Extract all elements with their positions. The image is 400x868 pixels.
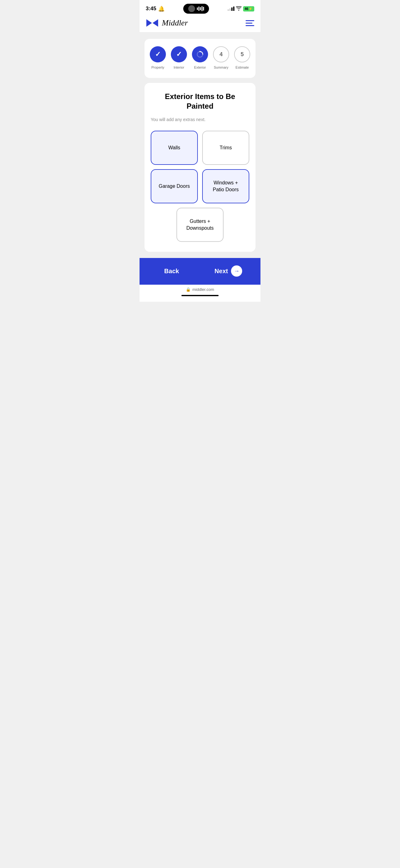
status-right: 46⚡ xyxy=(228,6,254,11)
hamburger-line-2 xyxy=(245,23,253,24)
bell-icon: 🔔 xyxy=(158,6,165,12)
signal-bar-2 xyxy=(229,8,231,11)
audio-bar-3 xyxy=(200,7,201,10)
options-row-2: Garage Doors Windows +Patio Doors xyxy=(151,169,249,203)
logo-icon xyxy=(146,18,159,28)
hamburger-line-1 xyxy=(245,20,254,21)
battery-indicator: 46⚡ xyxy=(243,6,254,11)
option-gutters-label: Gutters +Downspouts xyxy=(186,218,214,232)
signal-bars xyxy=(228,6,234,11)
next-arrow-icon: → xyxy=(234,268,239,274)
step-4-summary: 4 xyxy=(213,46,229,62)
next-arrow-circle: → xyxy=(231,266,242,277)
status-time: 3:45 🔔 xyxy=(146,6,165,12)
option-windows-patio-label: Windows +Patio Doors xyxy=(213,180,239,193)
step-label-1: Property xyxy=(150,65,166,69)
home-indicator xyxy=(181,295,219,296)
app-header: Middler xyxy=(139,15,261,33)
step-1-property: ✓ xyxy=(150,46,166,62)
audio-bars xyxy=(197,6,204,11)
step-2-checkmark: ✓ xyxy=(176,50,182,58)
battery-percent: 46 xyxy=(245,7,248,10)
step-5-estimate: 5 xyxy=(234,46,250,62)
option-trims[interactable]: Trims xyxy=(202,131,249,165)
step-label-2: Interior xyxy=(171,65,187,69)
form-subtitle: You will add any extras next. xyxy=(151,117,249,122)
dynamic-island-photo xyxy=(188,5,195,12)
lock-icon: 🔒 xyxy=(186,287,191,292)
options-row-3: Gutters +Downspouts xyxy=(151,208,249,242)
app-name: Middler xyxy=(162,18,188,28)
form-card: Exterior Items to Be Painted You will ad… xyxy=(144,83,256,252)
option-garage-doors[interactable]: Garage Doors xyxy=(151,169,198,203)
status-bar: 3:45 🔔 xyxy=(139,0,261,15)
audio-bar-2 xyxy=(198,6,199,11)
step-label-3: Exterior xyxy=(192,65,208,69)
audio-bar-4 xyxy=(202,6,202,11)
footer-url: 🔒 middler.com xyxy=(186,287,214,292)
step-3-spinner-icon xyxy=(196,51,204,58)
status-center-pill xyxy=(183,4,209,14)
back-button[interactable]: Back xyxy=(146,265,198,278)
signal-bar-4 xyxy=(233,6,234,11)
signal-bar-3 xyxy=(231,7,233,11)
url-text: middler.com xyxy=(192,287,214,292)
step-2-interior: ✓ xyxy=(171,46,187,62)
phone-frame: 3:45 🔔 xyxy=(139,0,261,302)
audio-bar-5 xyxy=(203,7,204,10)
option-gutters[interactable]: Gutters +Downspouts xyxy=(176,208,224,242)
steps-row: ✓ ✓ 4 xyxy=(149,46,251,62)
form-title: Exterior Items to Be Painted xyxy=(151,92,249,111)
audio-bar-1 xyxy=(197,7,198,10)
time-display: 3:45 xyxy=(146,6,156,12)
step-5-number: 5 xyxy=(241,51,244,58)
option-windows-patio[interactable]: Windows +Patio Doors xyxy=(202,169,249,203)
wifi-icon xyxy=(236,6,241,11)
progress-section: ✓ ✓ 4 xyxy=(144,39,256,78)
logo-area: Middler xyxy=(146,18,188,28)
hamburger-line-3 xyxy=(245,25,254,26)
footer-bar: 🔒 middler.com xyxy=(139,285,261,302)
signal-bar-1 xyxy=(228,9,229,11)
option-walls-label: Walls xyxy=(168,144,180,151)
option-walls[interactable]: Walls xyxy=(151,131,198,165)
steps-labels: Property Interior Exterior Summary Estim… xyxy=(149,65,251,69)
svg-point-1 xyxy=(199,51,201,52)
step-label-4: Summary xyxy=(213,65,229,69)
next-button[interactable]: Next → xyxy=(202,262,254,280)
bottom-nav-bar: Back Next → xyxy=(139,258,261,285)
step-3-exterior xyxy=(192,46,208,62)
options-row-1: Walls Trims xyxy=(151,131,249,165)
step-label-5: Estimate xyxy=(234,65,250,69)
back-button-label: Back xyxy=(164,268,179,274)
step-1-checkmark: ✓ xyxy=(155,50,161,58)
option-trims-label: Trims xyxy=(220,144,232,151)
next-button-label: Next xyxy=(214,268,228,275)
main-content: ✓ ✓ 4 xyxy=(139,33,261,258)
hamburger-menu-button[interactable] xyxy=(245,20,254,26)
option-garage-doors-label: Garage Doors xyxy=(159,183,190,190)
step-4-number: 4 xyxy=(220,51,223,58)
